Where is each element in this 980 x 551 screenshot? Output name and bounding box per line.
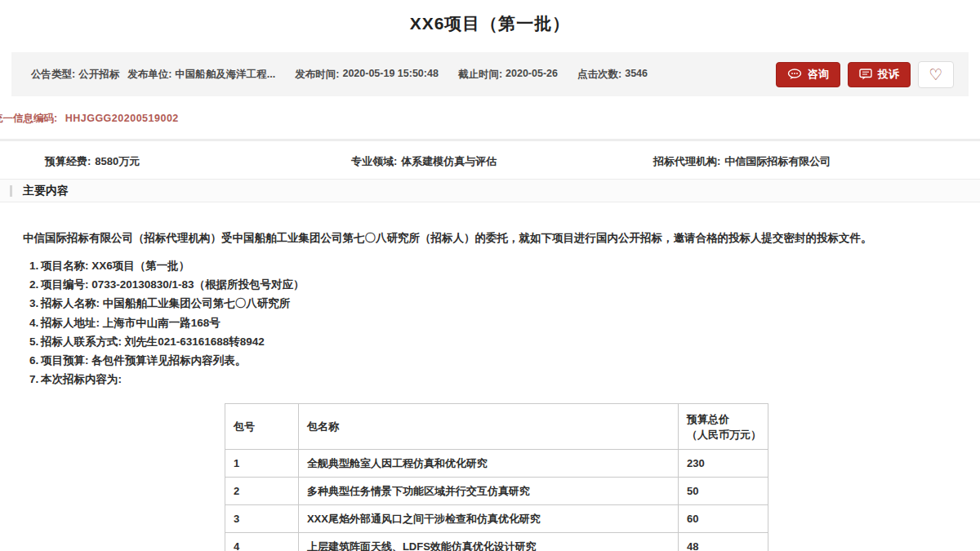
list-item: 6.项目预算: 各包件预算详见招标内容列表。 — [0, 351, 980, 370]
header-package-no: 包号 — [225, 404, 299, 450]
divider — [0, 139, 980, 141]
complaint-button-label: 投诉 — [878, 67, 899, 82]
summary-row: 预算经费:8580万元 专业领域:体系建模仿真与评估 招标代理机构:中信国际招标… — [0, 154, 980, 171]
meta-actions: 咨询 投诉 ♡ — [776, 52, 954, 96]
list-item: 4.招标人地址: 上海市中山南一路168号 — [0, 313, 980, 332]
publisher-field: 发布单位: 中国船舶及海洋工程... — [127, 68, 275, 82]
consult-button-label: 咨询 — [808, 67, 829, 82]
deadline-field: 截止时间: 2020-05-26 — [458, 68, 558, 82]
complaint-button[interactable]: 投诉 — [848, 62, 911, 87]
section-header: 主要内容 — [0, 179, 980, 202]
budget-summary: 预算经费:8580万元 — [45, 154, 140, 169]
meta-bar: 公告类型: 公开招标 发布单位: 中国船舶及海洋工程... 发布时间: 2020… — [11, 52, 969, 96]
section-accent-bar — [10, 185, 12, 197]
page-title: XX6项目（第一批） — [0, 12, 980, 35]
speech-bubble-dots-icon — [787, 69, 802, 80]
main-content: 中信国际招标有限公司（招标代理机构）受中国船舶工业集团公司第七〇八研究所（招标人… — [0, 220, 980, 389]
table-header-row: 包号 包名称 预算总价 （人民币万元） — [225, 404, 768, 450]
agency-summary: 招标代理机构:中信国际招标有限公司 — [653, 154, 831, 169]
list-item: 2.项目编号: 0733-20130830/1-83（根据所投包号对应） — [0, 275, 980, 294]
speech-bubble-lines-icon — [859, 69, 872, 80]
info-code: 统一信息编码: HHJGGG20200519002 — [0, 112, 179, 126]
favorite-button[interactable]: ♡ — [918, 61, 954, 88]
announcement-page: XX6项目（第一批） 公告类型: 公开招标 发布单位: 中国船舶及海洋工程...… — [0, 0, 980, 551]
header-package-name: 包名称 — [298, 404, 678, 450]
meta-fields: 公告类型: 公开招标 发布单位: 中国船舶及海洋工程... 发布时间: 2020… — [11, 68, 648, 82]
table-row: 1 全舰典型舱室人因工程仿真和优化研究 230 — [225, 450, 768, 478]
intro-paragraph: 中信国际招标有限公司（招标代理机构）受中国船舶工业集团公司第七〇八研究所（招标人… — [0, 220, 980, 249]
list-item: 5.招标人联系方式: 刘先生021-63161688转8942 — [0, 332, 980, 351]
bid-packages-table: 包号 包名称 预算总价 （人民币万元） 1 全舰典型舱室人因工程仿真和优化研究 … — [225, 403, 768, 551]
field-summary: 专业领域:体系建模仿真与评估 — [351, 154, 497, 169]
section-title: 主要内容 — [23, 184, 69, 198]
table-row: 2 多种典型任务情景下功能区域并行交互仿真研究 50 — [225, 478, 768, 505]
list-item: 7.本次招标内容为: — [0, 370, 980, 389]
heart-icon: ♡ — [929, 67, 942, 82]
header-budget: 预算总价 （人民币万元） — [679, 404, 768, 450]
info-code-value: HHJGGG20200519002 — [65, 113, 179, 124]
info-code-label: 统一信息编码: — [0, 113, 57, 124]
click-count-field: 点击次数: 3546 — [577, 68, 648, 82]
table-row: 3 XXX尾焰外部通风口之间干涉检查和仿真优化研究 60 — [225, 505, 768, 533]
publish-time-field: 发布时间: 2020-05-19 15:50:48 — [295, 68, 439, 82]
list-item: 1.项目名称: XX6项目（第一批） — [0, 256, 980, 275]
table-row: 4 上层建筑阵面天线、LDFS效能仿真优化设计研究 48 — [225, 533, 768, 551]
numbered-list: 1.项目名称: XX6项目（第一批） 2.项目编号: 0733-20130830… — [0, 256, 980, 389]
list-item: 3.招标人名称: 中国船舶工业集团公司第七〇八研究所 — [0, 294, 980, 313]
announcement-type-field: 公告类型: 公开招标 — [31, 68, 119, 82]
consult-button[interactable]: 咨询 — [776, 62, 840, 87]
